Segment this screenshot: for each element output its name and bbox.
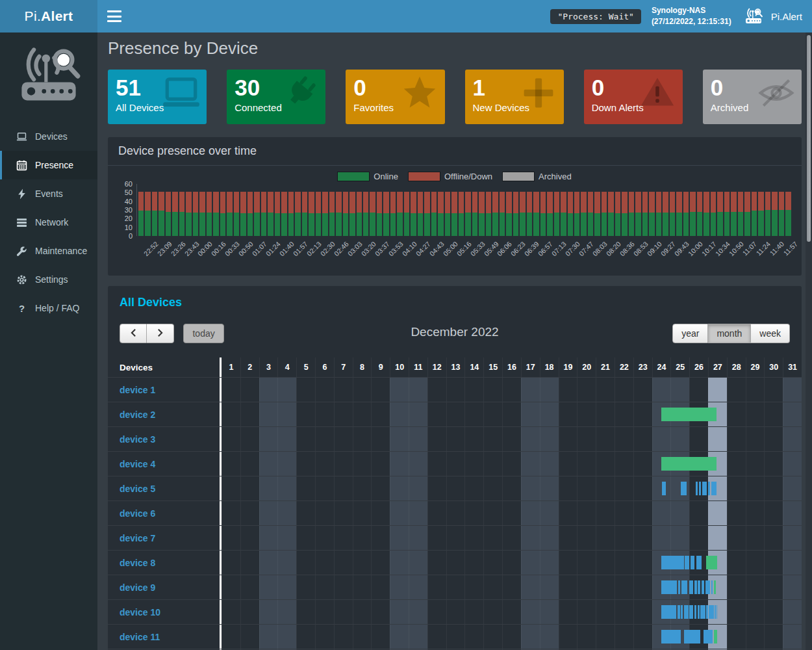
info-box-all-devices[interactable]: 51 All Devices	[108, 70, 207, 124]
day-header-31[interactable]: 31	[783, 358, 802, 377]
day-header-5[interactable]: 5	[296, 358, 315, 377]
device-link[interactable]: device 1	[120, 385, 155, 395]
scrollbar-thumb[interactable]	[807, 35, 811, 242]
legend-item-archived[interactable]: Archived	[503, 172, 572, 181]
device-link[interactable]: device 4	[120, 459, 155, 469]
day-header-11[interactable]: 11	[409, 358, 427, 377]
presence-bar-session[interactable]	[696, 482, 698, 495]
month-view-button[interactable]: month	[708, 324, 751, 343]
prev-month-button[interactable]	[120, 324, 147, 343]
next-month-button[interactable]	[147, 324, 174, 343]
presence-bar-session[interactable]	[661, 630, 681, 644]
day-header-18[interactable]: 18	[540, 358, 559, 377]
device-link[interactable]: device 7	[120, 533, 155, 543]
presence-bar-session[interactable]	[698, 605, 700, 619]
sidebar-item-maintenance[interactable]: Maintenance	[0, 237, 97, 265]
presence-bar-session[interactable]	[696, 556, 702, 569]
day-header-13[interactable]: 13	[446, 358, 465, 377]
day-header-23[interactable]: 23	[633, 358, 652, 377]
day-header-17[interactable]: 17	[521, 358, 540, 377]
sidebar-item-settings[interactable]: Settings	[0, 265, 97, 294]
presence-bar-session[interactable]	[662, 482, 666, 495]
presence-bar-session[interactable]	[684, 605, 689, 619]
presence-bar-online[interactable]	[661, 457, 717, 471]
presence-bar-online[interactable]	[661, 408, 717, 421]
day-header-2[interactable]: 2	[240, 358, 259, 377]
info-box-new-devices[interactable]: 1 New Devices	[465, 70, 564, 124]
week-view-button[interactable]: week	[751, 324, 790, 343]
sidebar-item-events[interactable]: Events	[0, 179, 97, 208]
day-header-8[interactable]: 8	[353, 358, 372, 377]
day-header-24[interactable]: 24	[652, 358, 671, 377]
presence-bar-session[interactable]	[708, 482, 710, 495]
presence-bar-session[interactable]	[684, 630, 701, 644]
year-view-button[interactable]: year	[672, 324, 708, 343]
presence-bar-session[interactable]	[711, 482, 717, 495]
presence-bar-session[interactable]	[661, 556, 684, 569]
presence-bar-online[interactable]	[714, 580, 716, 594]
day-header-22[interactable]: 22	[615, 358, 633, 377]
day-header-12[interactable]: 12	[427, 358, 446, 377]
day-header-15[interactable]: 15	[483, 358, 502, 377]
hamburger-icon[interactable]	[107, 10, 121, 22]
presence-bar-session[interactable]	[702, 580, 704, 594]
info-box-connected[interactable]: 30 Connected	[227, 70, 325, 124]
presence-bar-online[interactable]	[706, 556, 717, 569]
device-link[interactable]: device 5	[120, 484, 155, 494]
day-header-9[interactable]: 9	[371, 358, 390, 377]
day-header-30[interactable]: 30	[764, 358, 783, 377]
app-brand[interactable]: Pi.Alert	[742, 6, 802, 26]
presence-bar-session[interactable]	[694, 580, 697, 594]
presence-bar-session[interactable]	[681, 605, 683, 619]
presence-bar-session[interactable]	[698, 580, 700, 594]
day-header-27[interactable]: 27	[708, 358, 727, 377]
day-header-14[interactable]: 14	[464, 358, 483, 377]
presence-bar-session[interactable]	[661, 580, 677, 594]
info-box-archived[interactable]: 0 Archived	[703, 70, 802, 124]
device-link[interactable]: device 9	[120, 582, 155, 593]
presence-bar-session[interactable]	[685, 556, 689, 569]
presence-bar-session[interactable]	[678, 580, 680, 594]
today-button[interactable]: today	[183, 324, 223, 343]
legend-item-online[interactable]: Online	[338, 172, 398, 181]
day-header-19[interactable]: 19	[559, 358, 577, 377]
presence-bar-session[interactable]	[694, 605, 696, 619]
day-header-26[interactable]: 26	[689, 358, 708, 377]
day-header-28[interactable]: 28	[727, 358, 746, 377]
presence-bar-session[interactable]	[704, 630, 713, 644]
presence-bar-session[interactable]	[691, 556, 694, 569]
presence-bar-session[interactable]	[700, 605, 705, 619]
sidebar-item-help-faq[interactable]: ?Help / FAQ	[0, 294, 97, 322]
day-header-6[interactable]: 6	[315, 358, 334, 377]
day-header-21[interactable]: 21	[596, 358, 615, 377]
presence-bar-session[interactable]	[661, 605, 676, 619]
presence-bar-session[interactable]	[705, 580, 710, 594]
presence-bar-session[interactable]	[689, 580, 693, 594]
device-link[interactable]: device 6	[120, 508, 155, 519]
legend-item-offline-down[interactable]: Offline/Down	[409, 172, 492, 181]
presence-bar-session[interactable]	[717, 605, 717, 619]
device-link[interactable]: device 11	[120, 632, 160, 642]
day-header-29[interactable]: 29	[746, 358, 765, 377]
presence-bar-session[interactable]	[699, 482, 701, 495]
day-header-10[interactable]: 10	[390, 358, 409, 377]
day-header-20[interactable]: 20	[577, 358, 596, 377]
device-link[interactable]: device 10	[120, 607, 160, 618]
presence-bar-session[interactable]	[689, 605, 693, 619]
sidebar-item-presence[interactable]: Presence	[0, 151, 97, 179]
day-header-4[interactable]: 4	[277, 358, 296, 377]
sidebar-item-devices[interactable]: Devices	[0, 122, 97, 151]
presence-bar-session[interactable]	[711, 580, 713, 594]
presence-bar-online[interactable]	[714, 630, 717, 644]
sidebar-item-network[interactable]: Network	[0, 208, 97, 237]
info-box-down-alerts[interactable]: 0 Down Alerts	[584, 70, 683, 124]
presence-bar-session[interactable]	[681, 482, 687, 495]
brand-logo[interactable]: Pi.Alert	[0, 0, 97, 32]
presence-bar-session[interactable]	[706, 605, 708, 619]
device-link[interactable]: device 3	[120, 434, 155, 445]
device-link[interactable]: device 2	[120, 410, 155, 420]
day-header-16[interactable]: 16	[502, 358, 521, 377]
presence-bar-session[interactable]	[678, 605, 680, 619]
day-header-25[interactable]: 25	[670, 358, 689, 377]
day-header-7[interactable]: 7	[334, 358, 353, 377]
